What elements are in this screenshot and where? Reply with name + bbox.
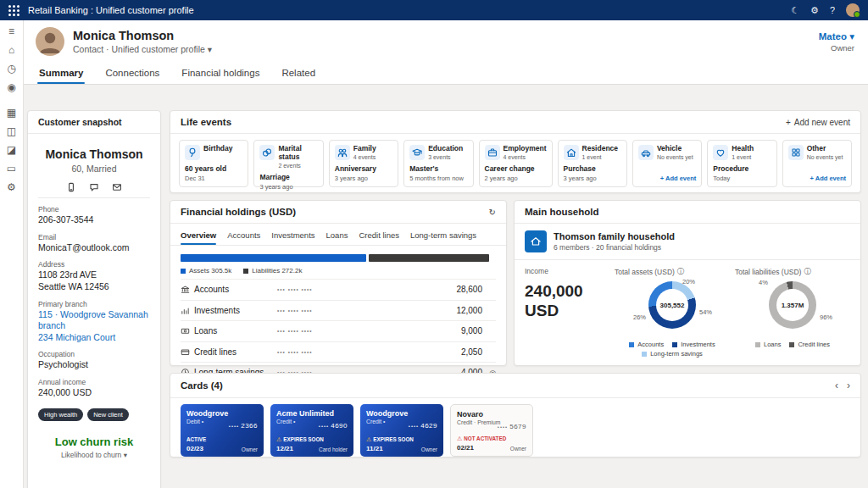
user-avatar[interactable] (846, 3, 860, 17)
other-icon (788, 145, 804, 160)
card-status: ⚠EXPIRES SOON (366, 436, 414, 442)
fh-tab-accounts[interactable]: Accounts (227, 230, 260, 245)
contact-avatar (36, 27, 64, 56)
occupation-label: Occupation (38, 350, 150, 358)
tab-related[interactable]: Related (280, 68, 317, 84)
fh-tab-credit-lines[interactable]: Credit lines (359, 230, 399, 245)
segment-badge-new-client: New client (87, 408, 129, 421)
holdings-row-investments[interactable]: Investments ••• •••• •••• 12,000 (181, 300, 496, 321)
settings-nav-icon[interactable]: ⚙ (7, 182, 16, 192)
carousel-prev-icon[interactable]: ‹ (835, 380, 838, 391)
navigation-rail: ≡ ⌂ ◷ ◉ ▦ ◫ ◪ ▭ ⚙ (0, 20, 24, 488)
card-role: Owner (510, 446, 526, 452)
chevron-down-icon: ▾ (849, 31, 854, 42)
cards-panel: Cards (4) ‹ › Woodgrove Debit • ••••2366… (170, 373, 861, 458)
branch-label: Primary branch (38, 300, 150, 308)
address-value: 1108 23rd AVESeattle WA 12456 (38, 269, 150, 292)
email-icon[interactable] (112, 182, 122, 192)
life-event-card-vehicle[interactable]: VehicleNo events yet + Add event (632, 140, 702, 187)
add-event-link[interactable]: + Add event (660, 175, 696, 182)
total-assets-label: Total assets (USD) (615, 268, 675, 276)
bank-card[interactable]: Woodgrove Credit • ••••4629 ⚠EXPIRES SOO… (360, 404, 443, 457)
analytics-icon[interactable]: ◪ (7, 145, 16, 155)
info-icon[interactable]: ⓘ (804, 267, 811, 277)
waffle-icon[interactable] (8, 5, 19, 16)
refresh-icon[interactable]: ↻ (489, 208, 496, 217)
fh-tab-overview[interactable]: Overview (181, 230, 216, 245)
card-status: ⚠NOT ACTIVATED (457, 435, 506, 441)
record-type-selector[interactable]: Contact · Unified customer profile ▾ (73, 44, 212, 54)
panel-title: Financial holdings (USD) (181, 207, 296, 217)
liabilities-bar-segment (369, 254, 488, 262)
assets-total: 305,552 (660, 302, 685, 309)
warning-icon: ⚠ (276, 436, 281, 442)
holdings-row-loans[interactable]: Loans ••• •••• •••• 9,000 (181, 320, 496, 341)
error-icon: ⚠ (457, 435, 462, 441)
main-area: Monica Thomson Contact · Unified custome… (24, 20, 868, 488)
dashboard-icon[interactable]: ▦ (7, 108, 16, 118)
bank-card[interactable]: Woodgrove Debit • ••••2366 ACTIVE 02/23 … (181, 404, 264, 457)
household-income: 240,000USD (525, 282, 609, 321)
panel-title: Main household (525, 207, 599, 217)
holdings-row-accounts[interactable]: Accounts ••• •••• •••• 28,600 (181, 279, 496, 300)
help-icon[interactable]: ? (830, 6, 835, 15)
carousel-next-icon[interactable]: › (847, 380, 850, 391)
main-household-panel: Main household Thomson family household … (514, 200, 861, 366)
panel-title: Cards (4) (181, 380, 223, 391)
settings-gear-icon[interactable]: ⚙ (810, 6, 819, 15)
life-event-card-employment[interactable]: Employment4 events Career change 2 years… (479, 140, 553, 187)
branch-link[interactable]: 115 · Woodgrove Savannah branch234 Michi… (38, 309, 150, 344)
birthday-icon (185, 145, 200, 160)
card-status: ACTIVE (186, 436, 206, 442)
chart-bars-icon (181, 306, 194, 315)
card-expiry: 11/21 (366, 445, 383, 452)
phone-value[interactable]: 206-307-3544 (38, 214, 150, 226)
health-icon (713, 145, 728, 160)
add-new-event-button[interactable]: +Add new event (786, 118, 850, 127)
churn-risk-caption[interactable]: Likelihood to churn ▾ (28, 451, 160, 459)
card-status: ⚠EXPIRES SOON (276, 436, 324, 442)
household-record[interactable]: Thomson family household 6 members · 20 … (515, 224, 860, 260)
income-label: Income (525, 267, 609, 275)
home-icon[interactable]: ⌂ (8, 45, 14, 55)
fh-tab-investments[interactable]: Investments (271, 230, 314, 245)
vehicle-icon (638, 145, 654, 160)
card-role: Owner (421, 446, 437, 452)
cards-nav-icon[interactable]: ▭ (7, 164, 16, 174)
tab-financial-holdings[interactable]: Financial holdings (180, 68, 261, 84)
phone-icon[interactable] (66, 182, 76, 192)
life-event-card-education[interactable]: Education3 events Master's 5 months from… (403, 140, 473, 187)
tab-connections[interactable]: Connections (103, 68, 161, 84)
employment-icon (485, 145, 500, 160)
assets-legend: Accounts Investments Long-term savings (615, 341, 730, 358)
legend-assets: Assets 305.5k (181, 267, 231, 274)
customers-icon[interactable]: ◫ (7, 126, 16, 136)
tab-summary[interactable]: Summary (37, 68, 85, 84)
content-area: Customer snapshot Monica Thomson 60, Mar… (24, 85, 868, 488)
life-event-card-birthday[interactable]: Birthday 60 years old Dec 31 (179, 140, 248, 187)
copilot-icon[interactable]: ☾ (791, 6, 799, 15)
life-event-card-health[interactable]: Health1 event Procedure Today (707, 140, 776, 187)
credit-card-icon (181, 347, 194, 357)
chat-icon[interactable] (89, 182, 99, 192)
email-value[interactable]: MonicaT@outlook.com (38, 242, 150, 254)
pinned-icon[interactable]: ◉ (7, 82, 15, 92)
fh-tab-long-term-savings[interactable]: Long-term savings (410, 230, 476, 245)
life-event-card-marital-status[interactable]: Marital status2 events Marriage 3 years … (253, 140, 323, 187)
life-event-card-family[interactable]: Family4 events Anniversary 3 years ago (329, 140, 398, 187)
bank-card[interactable]: Novaro Credit · Premium ••••5679 ⚠NOT AC… (450, 404, 533, 457)
info-icon[interactable]: ⓘ (677, 267, 685, 277)
life-event-card-other[interactable]: OtherNo events yet + Add event (782, 140, 852, 187)
bank-card[interactable]: Acme Unlimited Credit • ••••4690 ⚠EXPIRE… (270, 404, 353, 457)
recent-icon[interactable]: ◷ (7, 64, 15, 74)
total-liabilities-label: Total liabilities (USD) (735, 268, 801, 276)
holdings-row-credit-lines[interactable]: Credit lines ••• •••• •••• 2,050 (181, 341, 496, 363)
fh-tab-loans[interactable]: Loans (326, 230, 348, 245)
life-event-card-residence[interactable]: Residence1 event Purchase 3 years ago (558, 140, 627, 187)
add-event-link[interactable]: + Add event (810, 175, 846, 182)
menu-icon[interactable]: ≡ (8, 26, 14, 36)
panel-title: Life events (181, 117, 231, 127)
customer-snapshot-panel: Customer snapshot Monica Thomson 60, Mar… (27, 110, 161, 488)
house-icon (525, 230, 547, 252)
owner-field[interactable]: Mateo ▾ Owner (819, 30, 854, 53)
